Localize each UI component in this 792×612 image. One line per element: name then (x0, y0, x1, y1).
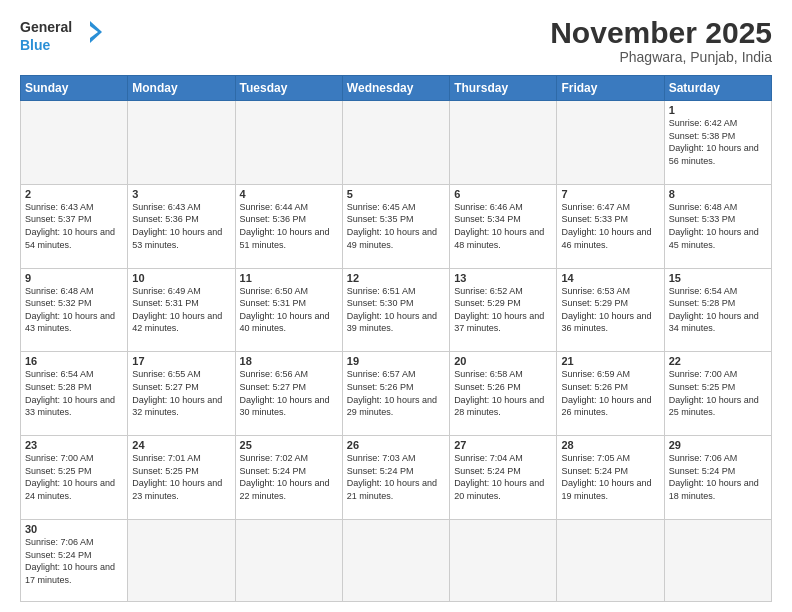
day-number: 23 (25, 439, 123, 451)
day-number: 4 (240, 188, 338, 200)
day-number: 5 (347, 188, 445, 200)
week-row-0: 1Sunrise: 6:42 AM Sunset: 5:38 PM Daylig… (21, 101, 772, 185)
day-cell (342, 101, 449, 185)
day-info: Sunrise: 6:47 AM Sunset: 5:33 PM Dayligh… (561, 201, 659, 251)
day-info: Sunrise: 6:46 AM Sunset: 5:34 PM Dayligh… (454, 201, 552, 251)
logo: General Blue (20, 16, 110, 60)
day-cell (21, 101, 128, 185)
day-info: Sunrise: 6:48 AM Sunset: 5:32 PM Dayligh… (25, 285, 123, 335)
title-block: November 2025 Phagwara, Punjab, India (550, 16, 772, 65)
day-cell: 2Sunrise: 6:43 AM Sunset: 5:37 PM Daylig… (21, 184, 128, 268)
day-info: Sunrise: 6:58 AM Sunset: 5:26 PM Dayligh… (454, 368, 552, 418)
day-header-wednesday: Wednesday (342, 76, 449, 101)
day-number: 6 (454, 188, 552, 200)
day-header-friday: Friday (557, 76, 664, 101)
day-number: 21 (561, 355, 659, 367)
day-header-monday: Monday (128, 76, 235, 101)
day-cell: 7Sunrise: 6:47 AM Sunset: 5:33 PM Daylig… (557, 184, 664, 268)
day-cell: 27Sunrise: 7:04 AM Sunset: 5:24 PM Dayli… (450, 436, 557, 520)
day-cell (664, 520, 771, 602)
day-cell: 26Sunrise: 7:03 AM Sunset: 5:24 PM Dayli… (342, 436, 449, 520)
day-info: Sunrise: 6:59 AM Sunset: 5:26 PM Dayligh… (561, 368, 659, 418)
day-cell: 14Sunrise: 6:53 AM Sunset: 5:29 PM Dayli… (557, 268, 664, 352)
day-info: Sunrise: 7:01 AM Sunset: 5:25 PM Dayligh… (132, 452, 230, 502)
day-cell (557, 520, 664, 602)
day-number: 30 (25, 523, 123, 535)
day-number: 17 (132, 355, 230, 367)
day-cell: 20Sunrise: 6:58 AM Sunset: 5:26 PM Dayli… (450, 352, 557, 436)
day-cell: 18Sunrise: 6:56 AM Sunset: 5:27 PM Dayli… (235, 352, 342, 436)
day-cell: 1Sunrise: 6:42 AM Sunset: 5:38 PM Daylig… (664, 101, 771, 185)
day-number: 11 (240, 272, 338, 284)
day-info: Sunrise: 6:50 AM Sunset: 5:31 PM Dayligh… (240, 285, 338, 335)
week-row-3: 16Sunrise: 6:54 AM Sunset: 5:28 PM Dayli… (21, 352, 772, 436)
week-row-1: 2Sunrise: 6:43 AM Sunset: 5:37 PM Daylig… (21, 184, 772, 268)
day-info: Sunrise: 6:55 AM Sunset: 5:27 PM Dayligh… (132, 368, 230, 418)
month-title: November 2025 (550, 16, 772, 49)
day-number: 10 (132, 272, 230, 284)
day-cell (235, 101, 342, 185)
day-cell: 6Sunrise: 6:46 AM Sunset: 5:34 PM Daylig… (450, 184, 557, 268)
week-row-2: 9Sunrise: 6:48 AM Sunset: 5:32 PM Daylig… (21, 268, 772, 352)
day-number: 3 (132, 188, 230, 200)
day-number: 7 (561, 188, 659, 200)
header: General Blue November 2025 Phagwara, Pun… (20, 16, 772, 65)
day-info: Sunrise: 6:49 AM Sunset: 5:31 PM Dayligh… (132, 285, 230, 335)
header-row: SundayMondayTuesdayWednesdayThursdayFrid… (21, 76, 772, 101)
general-blue-logo-icon: General Blue (20, 16, 110, 60)
day-cell (450, 520, 557, 602)
week-row-5: 30Sunrise: 7:06 AM Sunset: 5:24 PM Dayli… (21, 520, 772, 602)
day-info: Sunrise: 6:51 AM Sunset: 5:30 PM Dayligh… (347, 285, 445, 335)
day-info: Sunrise: 6:42 AM Sunset: 5:38 PM Dayligh… (669, 117, 767, 167)
day-cell: 23Sunrise: 7:00 AM Sunset: 5:25 PM Dayli… (21, 436, 128, 520)
page: General Blue November 2025 Phagwara, Pun… (0, 0, 792, 612)
day-info: Sunrise: 7:04 AM Sunset: 5:24 PM Dayligh… (454, 452, 552, 502)
day-info: Sunrise: 7:02 AM Sunset: 5:24 PM Dayligh… (240, 452, 338, 502)
day-info: Sunrise: 6:44 AM Sunset: 5:36 PM Dayligh… (240, 201, 338, 251)
day-cell: 21Sunrise: 6:59 AM Sunset: 5:26 PM Dayli… (557, 352, 664, 436)
day-header-thursday: Thursday (450, 76, 557, 101)
day-cell: 12Sunrise: 6:51 AM Sunset: 5:30 PM Dayli… (342, 268, 449, 352)
day-number: 15 (669, 272, 767, 284)
day-number: 22 (669, 355, 767, 367)
day-info: Sunrise: 7:05 AM Sunset: 5:24 PM Dayligh… (561, 452, 659, 502)
day-cell: 15Sunrise: 6:54 AM Sunset: 5:28 PM Dayli… (664, 268, 771, 352)
day-number: 29 (669, 439, 767, 451)
day-info: Sunrise: 6:57 AM Sunset: 5:26 PM Dayligh… (347, 368, 445, 418)
day-cell: 19Sunrise: 6:57 AM Sunset: 5:26 PM Dayli… (342, 352, 449, 436)
day-cell: 4Sunrise: 6:44 AM Sunset: 5:36 PM Daylig… (235, 184, 342, 268)
day-number: 1 (669, 104, 767, 116)
day-number: 2 (25, 188, 123, 200)
day-cell (235, 520, 342, 602)
day-cell: 25Sunrise: 7:02 AM Sunset: 5:24 PM Dayli… (235, 436, 342, 520)
day-cell: 13Sunrise: 6:52 AM Sunset: 5:29 PM Dayli… (450, 268, 557, 352)
day-number: 26 (347, 439, 445, 451)
day-cell: 9Sunrise: 6:48 AM Sunset: 5:32 PM Daylig… (21, 268, 128, 352)
day-cell: 24Sunrise: 7:01 AM Sunset: 5:25 PM Dayli… (128, 436, 235, 520)
week-row-4: 23Sunrise: 7:00 AM Sunset: 5:25 PM Dayli… (21, 436, 772, 520)
day-info: Sunrise: 7:06 AM Sunset: 5:24 PM Dayligh… (25, 536, 123, 586)
day-cell (128, 520, 235, 602)
day-info: Sunrise: 6:43 AM Sunset: 5:36 PM Dayligh… (132, 201, 230, 251)
calendar-table: SundayMondayTuesdayWednesdayThursdayFrid… (20, 75, 772, 602)
day-info: Sunrise: 7:06 AM Sunset: 5:24 PM Dayligh… (669, 452, 767, 502)
day-number: 8 (669, 188, 767, 200)
day-cell: 11Sunrise: 6:50 AM Sunset: 5:31 PM Dayli… (235, 268, 342, 352)
day-cell (342, 520, 449, 602)
day-info: Sunrise: 6:43 AM Sunset: 5:37 PM Dayligh… (25, 201, 123, 251)
day-info: Sunrise: 7:00 AM Sunset: 5:25 PM Dayligh… (669, 368, 767, 418)
day-cell: 8Sunrise: 6:48 AM Sunset: 5:33 PM Daylig… (664, 184, 771, 268)
day-info: Sunrise: 6:56 AM Sunset: 5:27 PM Dayligh… (240, 368, 338, 418)
day-number: 14 (561, 272, 659, 284)
day-number: 19 (347, 355, 445, 367)
day-cell (128, 101, 235, 185)
svg-text:General: General (20, 19, 72, 35)
day-info: Sunrise: 6:53 AM Sunset: 5:29 PM Dayligh… (561, 285, 659, 335)
day-cell: 28Sunrise: 7:05 AM Sunset: 5:24 PM Dayli… (557, 436, 664, 520)
day-header-saturday: Saturday (664, 76, 771, 101)
day-number: 16 (25, 355, 123, 367)
day-cell: 17Sunrise: 6:55 AM Sunset: 5:27 PM Dayli… (128, 352, 235, 436)
day-info: Sunrise: 6:54 AM Sunset: 5:28 PM Dayligh… (669, 285, 767, 335)
day-cell (450, 101, 557, 185)
day-info: Sunrise: 7:00 AM Sunset: 5:25 PM Dayligh… (25, 452, 123, 502)
